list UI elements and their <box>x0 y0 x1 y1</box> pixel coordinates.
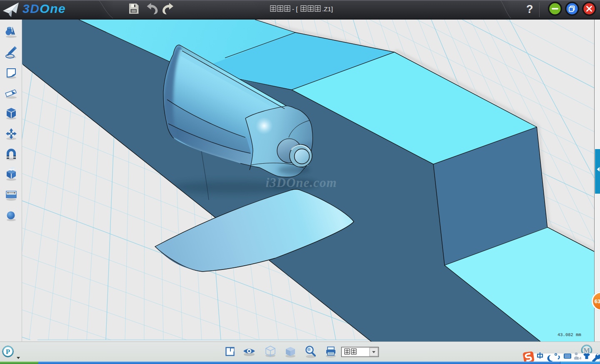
svg-text:43.082 mm: 43.082 mm <box>558 332 581 337</box>
svg-text:.Z1]: .Z1] <box>322 5 333 12</box>
svg-text:- [: - [ <box>292 5 298 12</box>
svg-text:14: 14 <box>577 356 581 360</box>
svg-text:?: ? <box>526 3 533 15</box>
svg-text:63: 63 <box>595 298 600 304</box>
svg-text:P: P <box>6 348 10 356</box>
svg-text:i3DOne.com: i3DOne.com <box>265 175 337 190</box>
